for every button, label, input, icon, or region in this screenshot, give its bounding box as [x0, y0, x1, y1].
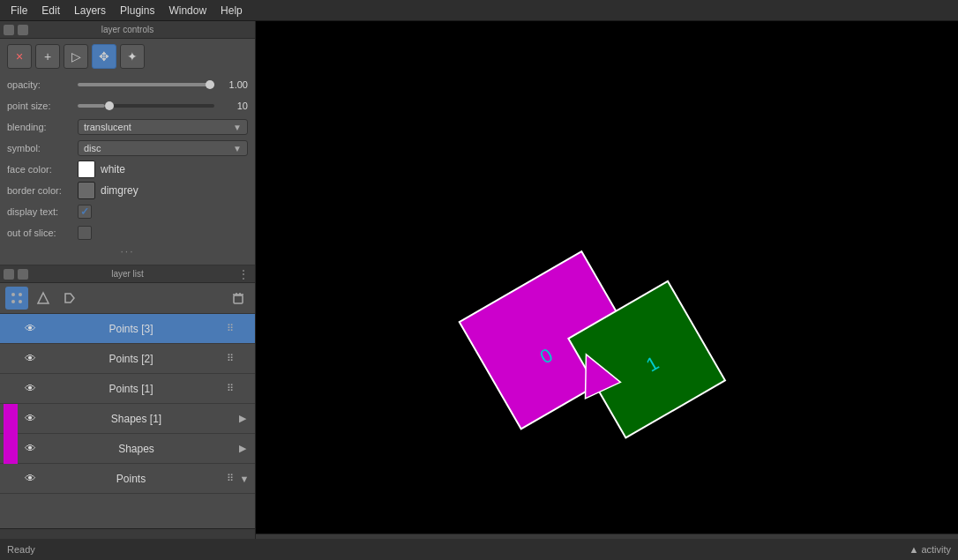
svg-rect-9: [256, 35, 958, 547]
layer-controls-panel: layer controls × + ▷ ✥ ✦ opacity: 1.00: [0, 21, 255, 265]
out-of-slice-row: out of slice:: [0, 222, 255, 243]
layer-row[interactable]: 👁 Points [2] ⠿: [0, 344, 255, 374]
svg-point-2: [11, 300, 15, 303]
symbol-dropdown[interactable]: disc ▼: [78, 140, 248, 156]
face-color-swatch[interactable]: [78, 161, 95, 178]
layer-color: [4, 344, 18, 374]
opacity-slider[interactable]: [78, 83, 214, 86]
layer-visibility-toggle[interactable]: 👁: [21, 410, 39, 428]
layer-drag-handle[interactable]: ⠿: [223, 380, 237, 398]
menu-help[interactable]: Help: [213, 3, 250, 19]
svg-point-1: [19, 293, 22, 296]
layer-list-header: layer list ⋮: [0, 265, 255, 283]
border-color-control: dimgrey: [78, 182, 248, 199]
opacity-label: opacity:: [7, 79, 78, 90]
blending-value: translucent: [84, 122, 131, 132]
out-of-slice-checkbox[interactable]: [78, 226, 92, 240]
layer-row[interactable]: 👁 Points ⠿ ▼: [0, 464, 255, 494]
layer-name: Points: [39, 473, 223, 485]
canvas-svg: 0 1 1 0: [256, 21, 958, 560]
menu-plugins[interactable]: Plugins: [113, 3, 161, 19]
layer-name: Points [3]: [39, 323, 223, 335]
main-layout: layer controls × + ▷ ✥ ✦ opacity: 1.00: [0, 21, 958, 560]
display-text-control: [78, 205, 248, 219]
layer-color: [4, 434, 18, 464]
controls-toolbar: × + ▷ ✥ ✦: [0, 39, 255, 74]
symbol-control: disc ▼: [78, 140, 248, 156]
duplicate-layer-button[interactable]: ▷: [64, 44, 88, 69]
trash-icon: [231, 291, 245, 305]
blending-dropdown-arrow: ▼: [233, 123, 242, 132]
more-options[interactable]: ···: [0, 243, 255, 259]
svg-point-3: [19, 300, 22, 303]
face-color-row: face color: white: [0, 159, 255, 180]
left-panel: layer controls × + ▷ ✥ ✦ opacity: 1.00: [0, 21, 256, 560]
blending-label: blending:: [7, 122, 78, 132]
layers-list: 👁 Points [3] ⠿ 👁 Points [2] ⠿ 👁: [0, 314, 255, 528]
link-layer-button[interactable]: ✦: [120, 44, 145, 69]
symbol-row: symbol: disc ▼: [0, 138, 255, 159]
layer-row[interactable]: 👁 Points [3] ⠿: [0, 314, 255, 344]
layer-drag-handle[interactable]: ⠿: [223, 350, 237, 368]
face-color-control: white: [78, 161, 248, 178]
face-color-name: white: [101, 163, 125, 175]
pin-icon: [4, 25, 14, 35]
layer-color: [4, 314, 18, 344]
layer-color: [4, 404, 18, 434]
layer-visibility-toggle[interactable]: 👁: [21, 320, 39, 338]
labels-tool-button[interactable]: [58, 287, 81, 310]
blending-row: blending: translucent ▼: [0, 116, 255, 138]
layer-drag-handle[interactable]: ⠿: [223, 470, 237, 488]
layer-drag-handle[interactable]: ⠿: [223, 320, 237, 338]
layer-list-menu-icon[interactable]: ⋮: [237, 267, 250, 281]
opacity-row: opacity: 1.00: [0, 74, 255, 95]
layer-row[interactable]: 👁 Points [1] ⠿: [0, 374, 255, 404]
display-text-checkbox[interactable]: [78, 205, 92, 219]
blending-dropdown[interactable]: translucent ▼: [78, 119, 248, 135]
layer-type-icon: ▶: [234, 440, 251, 458]
canvas-area: 0 1 1 0: [256, 21, 958, 560]
labels-icon: [63, 291, 77, 305]
layer-scroll-down[interactable]: ▼: [237, 470, 251, 488]
points-icon: [10, 291, 24, 305]
delete-layer-button[interactable]: ×: [7, 44, 32, 69]
out-of-slice-control: [78, 226, 248, 240]
layer-list-toolbar: [0, 283, 255, 314]
layer-visibility-toggle[interactable]: 👁: [21, 470, 39, 488]
opacity-value: 1.00: [220, 79, 248, 90]
layer-row[interactable]: 👁 Shapes [1] ▶: [0, 404, 255, 434]
layer-extra: [237, 350, 251, 368]
layer-extra: [237, 380, 251, 398]
border-color-name: dimgrey: [101, 184, 138, 197]
point-size-label: point size:: [7, 101, 78, 111]
layer-name: Points [2]: [39, 353, 223, 365]
layer-name: Shapes [1]: [39, 413, 234, 425]
menu-window[interactable]: Window: [161, 3, 213, 19]
layer-visibility-toggle[interactable]: 👁: [21, 440, 39, 458]
status-bar: Ready ▲ activity: [0, 539, 958, 560]
pin-icon-list: [4, 269, 14, 280]
shapes-tool-button[interactable]: [32, 287, 55, 310]
layer-row[interactable]: 👁 Shapes ▶: [0, 434, 255, 464]
delete-selected-button[interactable]: [227, 287, 250, 310]
add-layer-button[interactable]: +: [35, 44, 60, 69]
border-color-swatch[interactable]: [78, 182, 95, 199]
menu-file[interactable]: File: [4, 3, 34, 19]
svg-marker-4: [38, 293, 49, 303]
symbol-dropdown-arrow: ▼: [233, 144, 242, 153]
border-color-row: border color: dimgrey: [0, 180, 255, 201]
layer-name: Points [1]: [39, 383, 223, 395]
layer-name: Shapes: [39, 443, 234, 455]
refresh-icon-list: [18, 269, 28, 280]
blending-control: translucent ▼: [78, 119, 248, 135]
move-layer-button[interactable]: ✥: [92, 44, 116, 69]
layer-list-title: layer list: [111, 269, 144, 279]
menu-edit[interactable]: Edit: [34, 3, 67, 19]
menu-layers[interactable]: Layers: [67, 3, 113, 19]
activity-text: ▲ activity: [909, 544, 951, 555]
layer-visibility-toggle[interactable]: 👁: [21, 380, 39, 398]
point-size-slider[interactable]: [78, 104, 214, 108]
points-tool-button[interactable]: [5, 287, 28, 310]
layer-visibility-toggle[interactable]: 👁: [21, 350, 39, 368]
layer-type-icon: ▶: [234, 410, 251, 428]
